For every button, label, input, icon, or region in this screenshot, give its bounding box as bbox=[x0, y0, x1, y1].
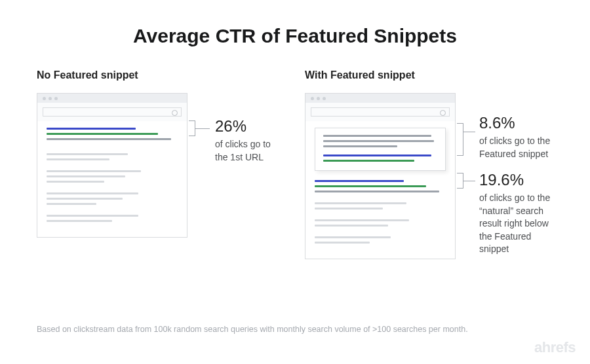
anno-organic: 19.6% of clicks go to the “natural” sear… bbox=[479, 171, 553, 256]
anno-snippet: 8.6% of clicks go to the Featured snippe… bbox=[479, 114, 553, 160]
heading-with-snippet: With Featured snippet bbox=[305, 69, 553, 81]
columns: No Featured snippet bbox=[0, 47, 590, 259]
bracket-snippet bbox=[457, 123, 463, 156]
window-dot-icon bbox=[43, 97, 46, 100]
serp-body-left bbox=[37, 121, 187, 237]
browser-mock-left bbox=[37, 93, 187, 238]
col-no-snippet: No Featured snippet bbox=[37, 69, 285, 259]
lead-left bbox=[195, 128, 210, 129]
col-with-snippet: With Featured snippet bbox=[305, 69, 553, 259]
browser-url-bar bbox=[43, 107, 182, 117]
page-title: Average CTR of Featured Snippets bbox=[0, 0, 590, 47]
pct-organic: 19.6% bbox=[479, 171, 553, 189]
window-dot-icon bbox=[311, 97, 314, 100]
bracket-left bbox=[189, 120, 195, 136]
desc-organic: of clicks go to the “natural” search res… bbox=[479, 192, 553, 256]
serp-body-right bbox=[305, 121, 455, 259]
lead-snippet bbox=[463, 132, 475, 132]
window-dot-icon bbox=[54, 97, 58, 100]
pct-left: 26% bbox=[215, 117, 285, 136]
first-organic-result bbox=[315, 180, 446, 192]
lead-organic bbox=[463, 181, 475, 181]
browser-chrome-dots bbox=[305, 94, 455, 103]
footnote: Based on clickstream data from 100k rand… bbox=[37, 325, 553, 334]
anno-left: 26% of clicks go to the 1st URL bbox=[215, 117, 285, 164]
window-dot-icon bbox=[317, 97, 320, 100]
first-result bbox=[47, 128, 178, 140]
heading-no-snippet: No Featured snippet bbox=[37, 69, 285, 81]
desc-left: of clicks go to the 1st URL bbox=[215, 138, 285, 164]
featured-snippet-card bbox=[315, 128, 446, 171]
desc-snippet: of clicks go to the Featured snippet bbox=[479, 135, 553, 160]
browser-url-bar bbox=[311, 107, 450, 117]
window-dot-icon bbox=[49, 97, 52, 100]
pct-snippet: 8.6% bbox=[479, 114, 553, 132]
window-dot-icon bbox=[323, 97, 326, 100]
bracket-organic bbox=[457, 173, 463, 189]
browser-mock-right bbox=[305, 93, 456, 259]
ahrefs-logo: ahrefs bbox=[534, 339, 576, 356]
browser-chrome-dots bbox=[37, 94, 187, 103]
